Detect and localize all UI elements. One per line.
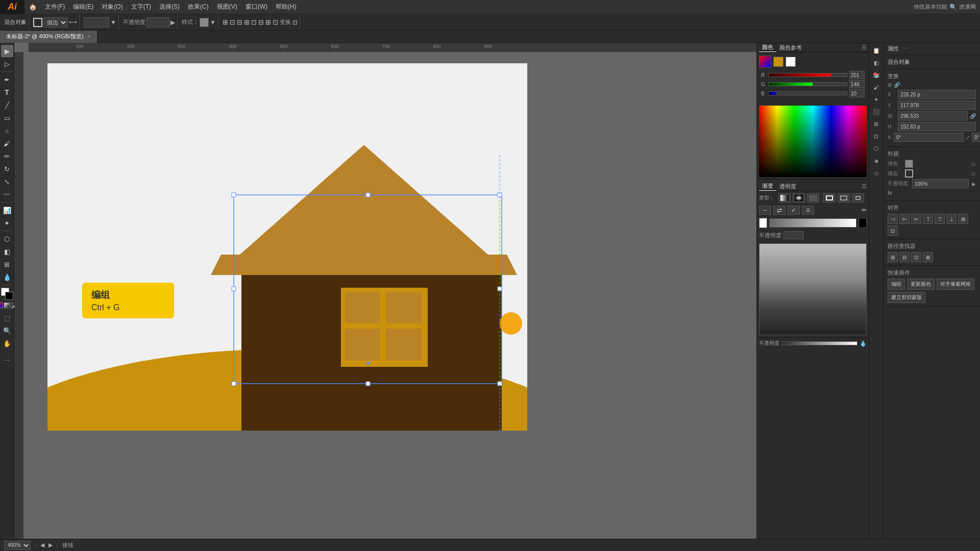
stroke-type-select[interactable]: 描边 xyxy=(43,17,68,28)
rotate-input[interactable] xyxy=(894,133,964,142)
r-slider-track[interactable] xyxy=(768,73,847,77)
zoom-select[interactable]: 400% 200% 100% 50% xyxy=(4,541,31,550)
align-icon-4[interactable]: ⊞ xyxy=(244,18,250,26)
opacity-appearance-input[interactable] xyxy=(912,179,969,188)
style-dropdown[interactable]: ▼ xyxy=(210,19,216,26)
gradient-opacity-input[interactable]: 100% xyxy=(783,231,804,239)
artboard-tool[interactable]: ⬚ xyxy=(1,312,13,324)
align-center-h-btn[interactable]: ⊢ xyxy=(899,214,910,224)
appearance-icon[interactable]: ◈ xyxy=(871,155,882,166)
pathfinder-intersect-btn[interactable]: ⊡ xyxy=(911,252,921,262)
type-tool[interactable]: T xyxy=(1,86,13,98)
align-icon-1[interactable]: ⊞ xyxy=(223,18,228,26)
stroke-type-center[interactable] xyxy=(838,193,850,203)
canvas-area[interactable]: 100 200 300 400 500 600 700 800 900 xyxy=(14,43,756,539)
props-tab-secondary[interactable]: ⋯ xyxy=(903,45,909,52)
edit-group-btn[interactable]: 编组 xyxy=(888,279,905,290)
align-icon-7[interactable]: ⊞ xyxy=(265,18,271,26)
align-center-v-btn[interactable]: ⊤ xyxy=(935,214,945,224)
opacity-input[interactable]: 100% xyxy=(146,17,169,28)
mesh-tool[interactable]: ⊞ xyxy=(1,258,13,270)
transform-panel-icon[interactable]: ⊞ xyxy=(871,118,882,130)
libraries-icon[interactable]: 📚 xyxy=(871,69,882,81)
align-icon-2[interactable]: ⊡ xyxy=(230,18,235,26)
pathfinder-minus-btn[interactable]: ⊟ xyxy=(899,252,910,262)
linear-gradient-btn[interactable] xyxy=(778,193,791,203)
color-spectrum-picker[interactable] xyxy=(759,106,867,177)
page-nav-prev[interactable]: ◀ xyxy=(40,542,44,548)
gradient-bar[interactable] xyxy=(769,218,856,228)
align-top-btn[interactable]: ⊤ xyxy=(923,214,933,224)
opacity-arrow[interactable]: ▶ xyxy=(170,19,175,26)
freeform-gradient-btn[interactable] xyxy=(807,193,819,203)
align-icon-6[interactable]: ⊟ xyxy=(258,18,264,26)
x-input[interactable] xyxy=(898,90,976,99)
radial-gradient-btn[interactable] xyxy=(793,193,805,203)
transform-icon[interactable]: ⊡ xyxy=(292,19,298,26)
b-value-input[interactable] xyxy=(849,89,865,97)
more-btn[interactable]: … xyxy=(1,352,13,364)
shear-input[interactable] xyxy=(972,133,980,142)
fill-stroke-swatches[interactable] xyxy=(1,288,13,300)
w-input[interactable] xyxy=(898,111,968,120)
fill-color-box[interactable] xyxy=(905,160,913,168)
align-bottom-btn[interactable]: ⊥ xyxy=(946,214,957,224)
menu-help[interactable]: 帮助(H) xyxy=(272,0,301,14)
stroke-type-inside[interactable] xyxy=(823,193,836,203)
pen-tool[interactable]: ✒ xyxy=(1,73,13,86)
layers-icon[interactable]: ◧ xyxy=(871,57,882,68)
align-left-btn[interactable]: ⊣ xyxy=(888,214,898,224)
apply-gradient-btn[interactable]: ✓ xyxy=(788,206,800,215)
b-slider-track[interactable] xyxy=(768,91,847,95)
swatches-icon[interactable]: ⬛ xyxy=(871,106,882,117)
pathfinder-exclude-btn[interactable]: ⊠ xyxy=(923,252,933,262)
column-graph-tool[interactable]: 📊 xyxy=(1,204,13,216)
pencil-tool[interactable]: ✏ xyxy=(1,150,13,162)
direct-select-tool[interactable]: ▷ xyxy=(1,58,13,70)
align-pixel-btn[interactable]: 对齐像素网格 xyxy=(937,279,974,290)
background-color-swatch[interactable] xyxy=(786,57,796,67)
stroke-options[interactable]: ▷ xyxy=(972,171,976,177)
stroke-swatch[interactable] xyxy=(33,18,42,27)
select-tool[interactable]: ▶ xyxy=(1,45,13,57)
menu-select[interactable]: 选择(S) xyxy=(155,0,184,14)
eyedropper-icon[interactable]: 💧 xyxy=(860,340,867,347)
menu-file[interactable]: 文件(F) xyxy=(41,0,69,14)
r-value-input[interactable] xyxy=(849,71,865,79)
home-icon[interactable]: 🏠 xyxy=(24,0,41,14)
scale-tool[interactable]: ⤡ xyxy=(1,176,13,188)
stroke-dropdown-icon[interactable]: ▼ xyxy=(110,19,116,26)
gradient-btn[interactable] xyxy=(4,303,10,308)
opacity-arrow-btn[interactable]: ▶ xyxy=(972,181,976,187)
stroke-color-box[interactable] xyxy=(905,169,913,178)
foreground-color-swatch[interactable] xyxy=(773,57,783,67)
gradient-stop-right[interactable] xyxy=(859,218,867,228)
create-trim-btn[interactable]: 建立剪切蒙版 xyxy=(888,292,925,303)
distribute-h-btn[interactable]: ⊞ xyxy=(958,214,968,224)
g-value-input[interactable] xyxy=(849,80,865,88)
warp-tool[interactable]: 〰 xyxy=(1,188,13,201)
flip-gradient-btn[interactable]: ↔ xyxy=(759,206,771,215)
brush-tool[interactable]: 🖌 xyxy=(1,137,13,149)
fill-options[interactable]: ▷ xyxy=(972,161,976,167)
y-input[interactable] xyxy=(898,101,976,110)
g-slider-track[interactable] xyxy=(768,82,847,86)
tab-close-btn[interactable]: ✕ xyxy=(87,34,91,39)
pathfinder-unite-btn[interactable]: ⊞ xyxy=(888,252,898,262)
brushes-icon[interactable]: 🖌 xyxy=(871,82,882,93)
menu-edit[interactable]: 编辑(E) xyxy=(69,0,97,14)
eyedropper-tool[interactable]: 💧 xyxy=(1,271,13,283)
opacity-slider[interactable] xyxy=(781,341,857,345)
blend-tool[interactable]: ⬡ xyxy=(1,233,13,245)
align-icon-5[interactable]: ⊡ xyxy=(251,18,257,26)
distribute-v-btn[interactable]: ⊡ xyxy=(888,226,898,236)
properties-icon[interactable]: 📋 xyxy=(871,45,882,56)
document-tab[interactable]: 未标题-2* @ 400% (RGB/预览) ✕ xyxy=(0,31,97,43)
hand-tool[interactable]: ✋ xyxy=(1,337,13,349)
panel-menu-icon[interactable]: ☰ xyxy=(862,44,867,51)
constrain-proportions-icon[interactable]: 🔗 xyxy=(970,113,976,119)
ellipse-tool[interactable]: ○ xyxy=(1,124,13,137)
gradient-edit-icon[interactable]: ✏ xyxy=(862,207,867,214)
stroke-swatch-tool[interactable] xyxy=(5,292,13,300)
more-tools[interactable]: … xyxy=(1,352,13,364)
